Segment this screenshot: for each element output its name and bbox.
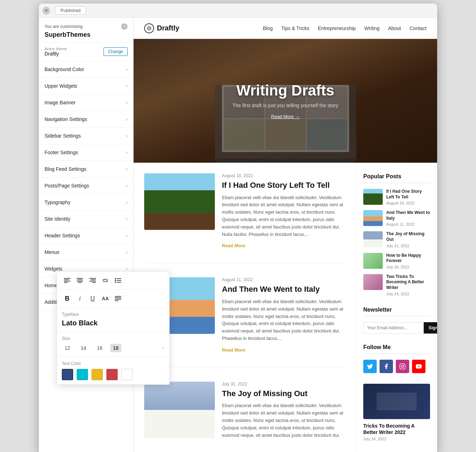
sidebar-item-navigation-settings[interactable]: Navigation Settings › <box>39 111 133 128</box>
size-option-18[interactable]: 18 <box>110 344 122 352</box>
active-theme-label: Active theme <box>45 47 67 51</box>
svg-rect-4 <box>77 278 83 279</box>
pp-title: Two Tricks To Becoming A Better Writer <box>386 274 430 291</box>
popular-post-item: If I Had One Story Left To Tell August 1… <box>363 189 430 205</box>
chevron-right-icon: › <box>126 199 128 205</box>
sidebar-item-site-identity[interactable]: Site Identity › <box>39 211 133 227</box>
align-center-button[interactable] <box>75 275 85 286</box>
size-option-12[interactable]: 12 <box>62 344 73 352</box>
sidebar-item-footer-settings[interactable]: Footer Settings › <box>39 144 133 161</box>
svg-point-16 <box>115 282 116 283</box>
sidebar-header: You are customizing ? SuperbThemes <box>39 18 133 42</box>
svg-rect-21 <box>115 300 118 301</box>
facebook-icon[interactable] <box>380 360 393 373</box>
italic-button[interactable]: i <box>75 293 85 304</box>
pp-info: Two Tricks To Becoming A Better Writer J… <box>386 274 430 296</box>
blog-post: August 11, 2022 And Then We Went to Ital… <box>144 277 345 367</box>
color-swatch-red[interactable] <box>106 369 118 380</box>
newsletter-signup-button[interactable]: Sign Up <box>424 322 437 334</box>
sidebar-item-label: Header Settings <box>45 233 80 238</box>
theme-name: SuperbThemes <box>45 31 128 39</box>
svg-rect-5 <box>77 279 82 280</box>
pp-date: July 24, 2022 <box>386 292 430 296</box>
link-button[interactable] <box>100 275 111 286</box>
nav-blog[interactable]: Blog <box>263 25 273 31</box>
sidebar-item-posts-page-settings[interactable]: Posts/Page Settings › <box>39 178 133 194</box>
bold-button[interactable]: B <box>62 293 72 304</box>
hero-content: Writing Drafts The first draft is just y… <box>233 82 339 120</box>
active-theme-section: Active theme Draftly Change <box>39 42 133 61</box>
post-image <box>144 382 215 438</box>
sidebar-item-sidebar-settings[interactable]: Sidebar Settings › <box>39 128 133 144</box>
sidebar-item-label: Navigation Settings <box>45 116 87 122</box>
sidebar-item-label: Background Color <box>45 66 84 72</box>
sidebar-item-menus[interactable]: Menus › <box>39 244 133 261</box>
svg-point-25 <box>404 365 404 365</box>
svg-rect-7 <box>78 282 82 283</box>
size-chevron-icon[interactable]: › <box>163 345 164 351</box>
nav-about[interactable]: About <box>388 25 401 31</box>
post-excerpt: Etiam placerat velit vitae dui blandit s… <box>222 402 345 439</box>
pp-thumbnail <box>363 189 383 205</box>
aa-button[interactable]: AA <box>100 293 111 304</box>
sidebar-item-typography[interactable]: Typography › <box>39 194 133 211</box>
pp-thumbnail <box>363 231 383 247</box>
sidebar-item-blog-feed-settings[interactable]: Blog Feed Settings › <box>39 161 133 178</box>
top-bar: ✕ Published <box>39 4 437 18</box>
post-excerpt: Etiam placerat velit vitae dui blandit s… <box>222 194 345 238</box>
color-swatch-blue[interactable] <box>62 369 73 380</box>
svg-point-12 <box>115 278 116 279</box>
sidebar-item-label: Widgets <box>45 266 63 272</box>
size-option-14[interactable]: 14 <box>78 344 89 352</box>
pp-title: The Joy of Missing Out <box>386 231 430 242</box>
change-theme-button[interactable]: Change <box>104 47 128 56</box>
svg-rect-13 <box>117 278 121 279</box>
svg-point-24 <box>401 365 404 367</box>
website-preview: Draftly Blog Tips & Tricks Entrepreneurs… <box>134 18 437 452</box>
sidebar-item-background-color[interactable]: Background Color › <box>39 61 133 78</box>
active-theme-info: Active theme Draftly <box>45 47 67 57</box>
help-icon[interactable]: ? <box>121 23 128 30</box>
hero-banner: Writing Drafts The first draft is just y… <box>134 39 437 163</box>
post-excerpt: Etiam placerat velit vitae dui blandit s… <box>222 298 345 342</box>
size-section: Size 12 14 16 18 › <box>57 332 169 357</box>
app-wrapper: ✕ Published You are customizing ? Superb… <box>39 4 437 452</box>
color-swatch-yellow[interactable] <box>92 369 103 380</box>
nav-tips-tricks[interactable]: Tips & Tricks <box>281 25 310 31</box>
youtube-icon[interactable] <box>412 360 425 373</box>
close-button[interactable]: ✕ <box>42 7 50 15</box>
size-option-16[interactable]: 16 <box>94 344 105 352</box>
hero-read-more[interactable]: Read More → <box>271 114 300 119</box>
instagram-icon[interactable] <box>396 360 409 373</box>
color-swatch-white[interactable] <box>121 369 133 380</box>
color-swatch-cyan[interactable] <box>77 369 88 380</box>
nav-contact[interactable]: Contact <box>410 25 427 31</box>
newsletter-title: Newsletter <box>363 307 430 317</box>
align-right-button[interactable] <box>87 275 98 286</box>
social-icons <box>363 360 430 373</box>
twitter-icon[interactable] <box>363 360 377 373</box>
sidebar-item-label: Typography <box>45 199 70 205</box>
typography-toolbar-row2: B i U AA <box>57 290 169 308</box>
paragraph-button[interactable] <box>113 293 123 304</box>
nav-writing[interactable]: Writing <box>364 25 380 31</box>
typeface-value: Lato Black <box>62 319 164 327</box>
read-more-link[interactable]: Read More <box>222 243 245 248</box>
pp-date: July 31, 2022 <box>386 244 430 248</box>
align-left-button[interactable] <box>62 275 72 286</box>
published-badge: Published <box>55 6 86 15</box>
follow-widget: Follow Me <box>363 344 430 373</box>
list-button[interactable] <box>113 275 123 286</box>
sidebar-item-label: Upper Widgets <box>45 83 77 89</box>
sidebar-item-image-banner[interactable]: Image Banner › <box>39 94 133 111</box>
post-date: July 31, 2022 <box>222 382 345 387</box>
underline-button[interactable]: U <box>87 293 98 304</box>
chevron-right-icon: › <box>126 116 128 122</box>
site-logo-text: Draftly <box>157 24 179 32</box>
nav-entrepreneurship[interactable]: Entrepreneurship <box>318 25 355 31</box>
sidebar-item-upper-widgets[interactable]: Upper Widgets › <box>39 78 133 94</box>
sidebar-item-header-settings[interactable]: Header Settings › <box>39 227 133 244</box>
main-layout: You are customizing ? SuperbThemes Activ… <box>39 18 437 452</box>
read-more-link[interactable]: Read More <box>222 347 245 353</box>
newsletter-email-input[interactable] <box>363 322 424 334</box>
